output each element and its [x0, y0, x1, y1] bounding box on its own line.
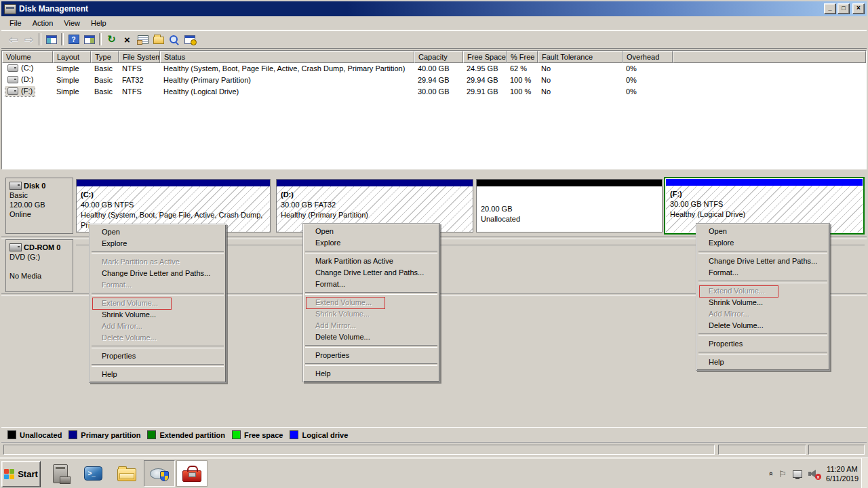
status-pane-2 [718, 445, 806, 455]
partition-c-label: (C:) [81, 190, 270, 200]
show-action-pane-button[interactable] [81, 32, 97, 47]
cell-fault: No [538, 86, 623, 98]
menu-help[interactable]: Help [85, 18, 112, 28]
menu-item-explore[interactable]: Explore [697, 237, 829, 249]
menu-item-add-mirror: Add Mirror... [90, 321, 225, 332]
menu-item-format[interactable]: Format... [697, 267, 829, 279]
minimize-button[interactable]: _ [824, 3, 836, 14]
refresh-button[interactable]: ↻ [104, 32, 119, 47]
menu-separator [698, 333, 827, 336]
column-header-overhead[interactable]: Overhead [623, 51, 673, 63]
maximize-button[interactable]: □ [837, 3, 850, 14]
menu-item-change-drive-letter-and-paths[interactable]: Change Drive Letter and Paths... [90, 268, 225, 279]
server-manager-button[interactable] [45, 460, 76, 487]
menu-file[interactable]: File [4, 18, 27, 28]
back-button[interactable]: ⇦ [5, 32, 21, 47]
delete-button[interactable]: × [119, 32, 135, 47]
status-pane-main [3, 445, 715, 455]
menu-item-properties[interactable]: Properties [90, 350, 225, 362]
disk0-label[interactable]: Disk 0 Basic 120.00 GB Online [5, 178, 73, 234]
partition-d-status: Healthy (Primary Partition) [281, 210, 473, 220]
menu-separator [698, 251, 827, 253]
menu-item-open[interactable]: Open [304, 226, 439, 237]
menu-item-help[interactable]: Help [90, 369, 225, 380]
primary-partition-strip [77, 180, 270, 186]
powershell-button[interactable] [77, 460, 108, 487]
volume-muted-icon[interactable]: x [808, 469, 820, 479]
column-header-capacity[interactable]: Capacity [414, 51, 463, 63]
cell-fs: FAT32 [119, 75, 160, 86]
close-button[interactable]: × [852, 3, 865, 14]
menu-separator [305, 251, 437, 253]
logical-drive-swatch [290, 430, 298, 439]
cdrom-label[interactable]: CD-ROM 0 DVD (G:) No Media [5, 239, 73, 292]
menu-item-change-drive-letter-and-paths[interactable]: Change Drive Letter and Paths... [697, 256, 829, 267]
forward-button[interactable]: ⇨ [21, 32, 37, 47]
start-button[interactable]: Start [1, 461, 41, 487]
action-pane-icon [84, 35, 95, 44]
cell-layout: Simple [53, 75, 91, 86]
unallocated-region[interactable]: 20.00 GB Unallocated [476, 179, 663, 232]
cell-capacity: 40.00 GB [414, 63, 463, 75]
disk0-size: 120.00 GB [9, 200, 73, 209]
column-header-status[interactable]: Status [160, 51, 414, 63]
toolbox-button[interactable] [176, 460, 208, 487]
powershell-icon [84, 466, 102, 481]
tray-clock[interactable]: 11:20 AM 6/11/2019 [826, 464, 859, 483]
find-button[interactable] [166, 32, 182, 47]
file-explorer-button[interactable] [111, 460, 142, 487]
help-button[interactable]: ? [66, 32, 81, 47]
show-desktop-button[interactable] [861, 458, 868, 488]
menu-item-format[interactable]: Format... [304, 279, 439, 290]
manage-button[interactable] [182, 32, 197, 47]
primary-partition-swatch [68, 430, 77, 439]
legend-label: Unallocated [20, 431, 62, 439]
menu-item-shrink-volume[interactable]: Shrink Volume... [697, 297, 829, 308]
menu-item-delete-volume[interactable]: Delete Volume... [697, 320, 829, 331]
action-center-flag-icon[interactable]: ⚐ [778, 469, 787, 479]
disk-management-icon [150, 466, 169, 481]
menu-item-help[interactable]: Help [304, 368, 439, 380]
menu-item-change-drive-letter-and-paths[interactable]: Change Drive Letter and Paths... [304, 267, 439, 279]
context-menu-c: OpenExploreMark Partition as ActiveChang… [89, 224, 226, 383]
menu-item-shrink-volume[interactable]: Shrink Volume... [90, 309, 225, 321]
volume-row-f[interactable]: (F:)SimpleBasicNTFSHealthy (Logical Driv… [2, 86, 866, 98]
menu-view[interactable]: View [58, 18, 85, 28]
title-bar[interactable]: Disk Management _ □ × [1, 1, 867, 16]
menu-separator [698, 352, 827, 354]
menu-item-help[interactable]: Help [697, 357, 829, 368]
cell-capacity: 29.94 GB [414, 75, 463, 86]
show-console-tree-button[interactable] [43, 32, 59, 47]
volume-row-d[interactable]: (D:)SimpleBasicFAT32Healthy (Primary Par… [2, 75, 866, 86]
hidden-icons-chevron-icon[interactable]: » [766, 472, 774, 476]
menu-item-properties[interactable]: Properties [697, 338, 829, 350]
column-header-file-system[interactable]: File System [119, 51, 160, 63]
column-header-fault-tolerance[interactable]: Fault Tolerance [538, 51, 623, 63]
menu-item-open[interactable]: Open [697, 226, 829, 237]
find-icon [169, 35, 179, 45]
column-header-type[interactable]: Type [91, 51, 119, 63]
column-header-layout[interactable]: Layout [53, 51, 91, 63]
menu-item-format: Format... [90, 279, 225, 291]
menu-action[interactable]: Action [27, 18, 59, 28]
column-header-free-space[interactable]: Free Space [463, 51, 507, 63]
cell-capacity: 30.00 GB [414, 86, 463, 98]
menu-item-explore[interactable]: Explore [304, 237, 439, 249]
menu-item-explore[interactable]: Explore [90, 238, 225, 249]
menu-item-delete-volume[interactable]: Delete Volume... [304, 331, 439, 343]
menu-item-open[interactable]: Open [90, 226, 225, 238]
menu-separator [305, 292, 437, 295]
properties-button[interactable] [135, 32, 151, 47]
menu-item-mark-partition-as-active[interactable]: Mark Partition as Active [304, 256, 439, 267]
network-icon[interactable] [793, 470, 802, 478]
column-header-free[interactable]: % Free [507, 51, 538, 63]
open-button[interactable] [151, 32, 166, 47]
column-header-volume[interactable]: Volume [2, 51, 53, 63]
cell-pct: 62 % [507, 63, 538, 75]
refresh-icon: ↻ [107, 33, 116, 45]
menu-item-mark-partition-as-active: Mark Partition as Active [90, 256, 225, 268]
volume-row-c[interactable]: (C:)SimpleBasicNTFSHealthy (System, Boot… [2, 63, 866, 75]
menu-item-extend-volume: Extend Volume... [90, 298, 225, 309]
disk-management-button[interactable] [144, 460, 175, 487]
menu-item-properties[interactable]: Properties [304, 350, 439, 361]
